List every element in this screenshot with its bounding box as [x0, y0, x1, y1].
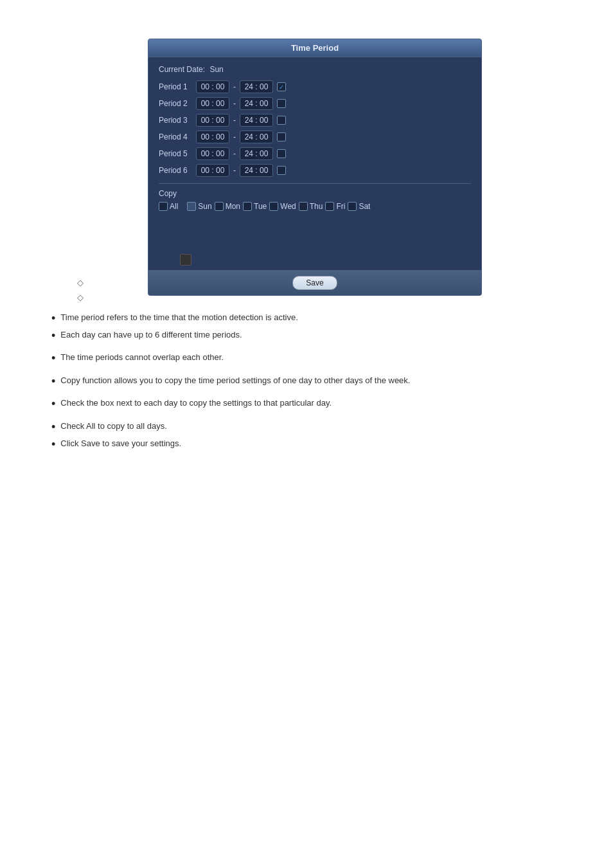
period-5-checkbox[interactable]: [277, 149, 286, 158]
period-3-sep: -: [233, 116, 236, 125]
bullet-text-1: Time period refers to the time that the …: [60, 311, 298, 324]
day-fri-checkbox[interactable]: [325, 202, 334, 211]
period-1-checkbox[interactable]: [277, 82, 286, 91]
period-1-label: Period 1: [159, 82, 192, 91]
day-thu-label: Thu: [310, 202, 323, 211]
day-mon-label: Mon: [226, 202, 240, 211]
bullet-item-6: • Check All to copy to all days.: [51, 420, 565, 435]
bullet-item-4: • Copy function allows you to copy the t…: [51, 374, 565, 389]
bullet-text-2: Each day can have up to 6 different time…: [60, 329, 242, 341]
period-4-checkbox[interactable]: [277, 132, 286, 141]
period-1-sep: -: [233, 82, 236, 91]
period-row-4: Period 4 -: [159, 131, 471, 143]
bullet-item-1: • Time period refers to the time that th…: [51, 311, 565, 326]
day-sun-checkbox[interactable]: [187, 202, 196, 211]
day-all-label: All: [170, 202, 178, 211]
day-tue-checkbox[interactable]: [243, 202, 252, 211]
period-3-label: Period 3: [159, 116, 192, 125]
day-fri-wrap: Fri: [325, 202, 345, 211]
period-1-start[interactable]: [196, 80, 229, 93]
day-wed-wrap: Wed: [269, 202, 296, 211]
copy-label: Copy: [159, 189, 471, 198]
day-tue-label: Tue: [254, 202, 267, 211]
bullet-item-5: • Check the box next to each day to copy…: [51, 397, 565, 411]
period-6-checkbox[interactable]: [277, 166, 286, 175]
day-wed-label: Wed: [280, 202, 296, 211]
period-2-checkbox[interactable]: [277, 99, 286, 108]
period-row-5: Period 5 -: [159, 147, 471, 160]
day-sat-wrap: Sat: [348, 202, 370, 211]
period-4-label: Period 4: [159, 132, 192, 141]
period-5-end[interactable]: [240, 147, 273, 160]
bullet-dot-3: •: [51, 351, 55, 366]
day-all-checkbox[interactable]: [159, 202, 168, 211]
period-6-end[interactable]: [240, 164, 273, 177]
time-period-dialog: Time Period Current Date: Sun Period 1 -…: [148, 39, 482, 296]
bullet-text-6: Check All to copy to all days.: [60, 420, 166, 433]
current-date-row: Current Date: Sun: [159, 65, 471, 74]
day-sun-wrap: Sun: [187, 202, 211, 211]
day-wed-checkbox[interactable]: [269, 202, 278, 211]
bullet-item-7: • Click Save to save your settings.: [51, 437, 565, 452]
current-date-label: Current Date:: [159, 65, 205, 74]
period-3-start[interactable]: [196, 114, 229, 127]
period-2-start[interactable]: [196, 97, 229, 110]
diamond-icon-1: ◇: [77, 278, 84, 287]
period-5-start[interactable]: [196, 147, 229, 160]
bullet-text-5: Check the box next to each day to copy t…: [60, 397, 332, 410]
bullet-item-3: • The time periods cannot overlap each o…: [51, 351, 565, 366]
period-2-label: Period 2: [159, 99, 192, 108]
dialog-titlebar: Time Period: [148, 39, 481, 57]
text-content-area: ◇ ◇ • Time period refers to the time tha…: [51, 276, 565, 455]
period-6-start[interactable]: [196, 164, 229, 177]
day-sat-label: Sat: [359, 202, 370, 211]
bullet-dot-1: •: [51, 311, 55, 326]
day-all-wrap: All: [159, 202, 178, 211]
dialog-title: Time Period: [291, 43, 339, 53]
copy-section: Copy All Sun Mon: [159, 183, 471, 211]
diamond-icon-2: ◇: [77, 293, 84, 302]
bullet-text-7: Click Save to save your settings.: [60, 437, 181, 450]
bullet-dot-4: •: [51, 374, 55, 389]
copy-days-row: All Sun Mon Tue: [159, 202, 471, 211]
dialog-body: Current Date: Sun Period 1 - Period 2 - …: [148, 57, 481, 270]
dialog-spacer: [159, 211, 471, 262]
current-date-value: Sun: [209, 65, 223, 74]
below-dialog-icon-area: [180, 254, 191, 266]
day-thu-checkbox[interactable]: [299, 202, 308, 211]
period-3-end[interactable]: [240, 114, 273, 127]
bullet-text-3: The time periods cannot overlap each oth…: [60, 351, 224, 364]
period-5-sep: -: [233, 149, 236, 158]
bullet-dot-7: •: [51, 437, 55, 452]
small-checkbox-icon: [180, 254, 191, 266]
spacer-1: [51, 346, 565, 351]
page-wrapper: Time Period Current Date: Sun Period 1 -…: [0, 0, 613, 868]
diamond-row-2: ◇: [77, 291, 565, 305]
period-3-checkbox[interactable]: [277, 116, 286, 125]
bullet-text-4: Copy function allows you to copy the tim…: [60, 374, 410, 387]
day-mon-wrap: Mon: [215, 202, 240, 211]
period-row-6: Period 6 -: [159, 164, 471, 177]
day-thu-wrap: Thu: [299, 202, 323, 211]
period-2-sep: -: [233, 99, 236, 108]
period-1-end[interactable]: [240, 80, 273, 93]
bullet-dot-2: •: [51, 329, 55, 343]
period-2-end[interactable]: [240, 97, 273, 110]
bullet-dot-5: •: [51, 397, 55, 411]
diamond-row-1: ◇: [77, 276, 565, 290]
period-row-2: Period 2 -: [159, 97, 471, 110]
period-4-sep: -: [233, 132, 236, 141]
day-fri-label: Fri: [336, 202, 345, 211]
day-sun-label: Sun: [198, 202, 211, 211]
period-4-start[interactable]: [196, 131, 229, 143]
bullet-item-2: • Each day can have up to 6 different ti…: [51, 329, 565, 343]
day-tue-wrap: Tue: [243, 202, 267, 211]
day-mon-checkbox[interactable]: [215, 202, 224, 211]
day-sat-checkbox[interactable]: [348, 202, 357, 211]
period-4-end[interactable]: [240, 131, 273, 143]
bullet-dot-6: •: [51, 420, 55, 435]
spacer-3: [51, 392, 565, 397]
period-row-1: Period 1 -: [159, 80, 471, 93]
period-6-sep: -: [233, 166, 236, 175]
period-row-3: Period 3 -: [159, 114, 471, 127]
